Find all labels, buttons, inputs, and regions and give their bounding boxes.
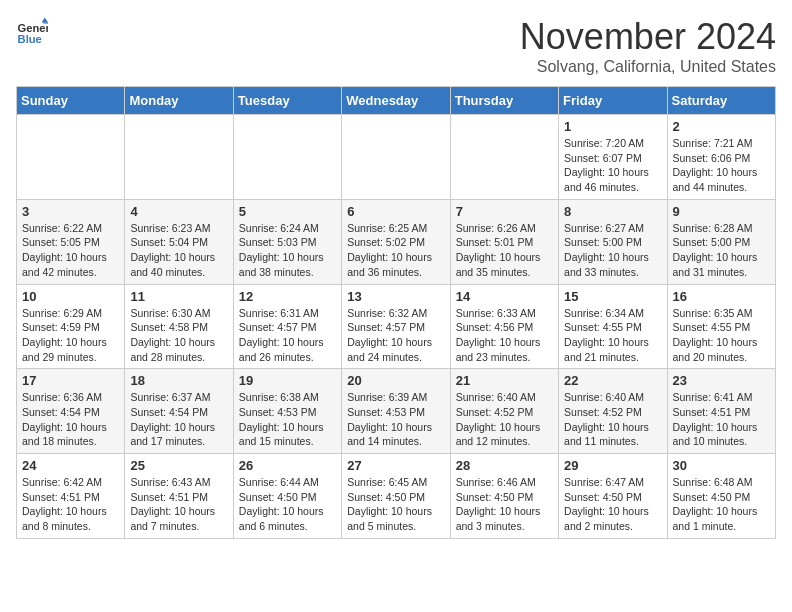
day-number: 8	[564, 204, 661, 219]
day-number: 12	[239, 289, 336, 304]
calendar-week-3: 10Sunrise: 6:29 AM Sunset: 4:59 PM Dayli…	[17, 284, 776, 369]
month-title: November 2024	[520, 16, 776, 58]
day-number: 1	[564, 119, 661, 134]
calendar-cell: 24Sunrise: 6:42 AM Sunset: 4:51 PM Dayli…	[17, 454, 125, 539]
day-number: 30	[673, 458, 770, 473]
logo: General Blue	[16, 16, 48, 48]
svg-text:Blue: Blue	[18, 33, 42, 45]
calendar-cell: 23Sunrise: 6:41 AM Sunset: 4:51 PM Dayli…	[667, 369, 775, 454]
day-info: Sunrise: 6:48 AM Sunset: 4:50 PM Dayligh…	[673, 475, 770, 534]
calendar-cell: 20Sunrise: 6:39 AM Sunset: 4:53 PM Dayli…	[342, 369, 450, 454]
day-number: 10	[22, 289, 119, 304]
day-info: Sunrise: 6:32 AM Sunset: 4:57 PM Dayligh…	[347, 306, 444, 365]
day-number: 5	[239, 204, 336, 219]
day-number: 20	[347, 373, 444, 388]
location: Solvang, California, United States	[520, 58, 776, 76]
calendar-cell	[342, 115, 450, 200]
day-info: Sunrise: 7:20 AM Sunset: 6:07 PM Dayligh…	[564, 136, 661, 195]
day-number: 15	[564, 289, 661, 304]
day-number: 16	[673, 289, 770, 304]
weekday-header-tuesday: Tuesday	[233, 87, 341, 115]
day-info: Sunrise: 6:25 AM Sunset: 5:02 PM Dayligh…	[347, 221, 444, 280]
day-number: 4	[130, 204, 227, 219]
calendar-week-2: 3Sunrise: 6:22 AM Sunset: 5:05 PM Daylig…	[17, 199, 776, 284]
weekday-header-thursday: Thursday	[450, 87, 558, 115]
calendar-cell: 22Sunrise: 6:40 AM Sunset: 4:52 PM Dayli…	[559, 369, 667, 454]
calendar-cell: 4Sunrise: 6:23 AM Sunset: 5:04 PM Daylig…	[125, 199, 233, 284]
calendar-cell: 13Sunrise: 6:32 AM Sunset: 4:57 PM Dayli…	[342, 284, 450, 369]
weekday-header-friday: Friday	[559, 87, 667, 115]
day-number: 3	[22, 204, 119, 219]
day-number: 26	[239, 458, 336, 473]
day-info: Sunrise: 6:26 AM Sunset: 5:01 PM Dayligh…	[456, 221, 553, 280]
day-number: 24	[22, 458, 119, 473]
calendar-cell: 5Sunrise: 6:24 AM Sunset: 5:03 PM Daylig…	[233, 199, 341, 284]
day-number: 18	[130, 373, 227, 388]
calendar-cell: 3Sunrise: 6:22 AM Sunset: 5:05 PM Daylig…	[17, 199, 125, 284]
calendar-cell: 27Sunrise: 6:45 AM Sunset: 4:50 PM Dayli…	[342, 454, 450, 539]
calendar-cell: 8Sunrise: 6:27 AM Sunset: 5:00 PM Daylig…	[559, 199, 667, 284]
day-info: Sunrise: 7:21 AM Sunset: 6:06 PM Dayligh…	[673, 136, 770, 195]
weekday-header-wednesday: Wednesday	[342, 87, 450, 115]
calendar-cell	[450, 115, 558, 200]
day-info: Sunrise: 6:30 AM Sunset: 4:58 PM Dayligh…	[130, 306, 227, 365]
day-number: 17	[22, 373, 119, 388]
day-info: Sunrise: 6:43 AM Sunset: 4:51 PM Dayligh…	[130, 475, 227, 534]
day-info: Sunrise: 6:31 AM Sunset: 4:57 PM Dayligh…	[239, 306, 336, 365]
day-number: 7	[456, 204, 553, 219]
day-info: Sunrise: 6:46 AM Sunset: 4:50 PM Dayligh…	[456, 475, 553, 534]
calendar-cell: 29Sunrise: 6:47 AM Sunset: 4:50 PM Dayli…	[559, 454, 667, 539]
calendar-table: SundayMondayTuesdayWednesdayThursdayFrid…	[16, 86, 776, 539]
calendar-cell: 11Sunrise: 6:30 AM Sunset: 4:58 PM Dayli…	[125, 284, 233, 369]
logo-icon: General Blue	[16, 16, 48, 48]
calendar-cell: 19Sunrise: 6:38 AM Sunset: 4:53 PM Dayli…	[233, 369, 341, 454]
calendar-cell	[17, 115, 125, 200]
day-info: Sunrise: 6:42 AM Sunset: 4:51 PM Dayligh…	[22, 475, 119, 534]
day-number: 22	[564, 373, 661, 388]
calendar-cell: 25Sunrise: 6:43 AM Sunset: 4:51 PM Dayli…	[125, 454, 233, 539]
day-number: 28	[456, 458, 553, 473]
day-number: 21	[456, 373, 553, 388]
day-number: 13	[347, 289, 444, 304]
calendar-cell: 15Sunrise: 6:34 AM Sunset: 4:55 PM Dayli…	[559, 284, 667, 369]
page-header: General Blue November 2024 Solvang, Cali…	[16, 16, 776, 76]
calendar-cell: 18Sunrise: 6:37 AM Sunset: 4:54 PM Dayli…	[125, 369, 233, 454]
day-number: 23	[673, 373, 770, 388]
weekday-header-saturday: Saturday	[667, 87, 775, 115]
calendar-cell: 10Sunrise: 6:29 AM Sunset: 4:59 PM Dayli…	[17, 284, 125, 369]
day-number: 2	[673, 119, 770, 134]
day-info: Sunrise: 6:38 AM Sunset: 4:53 PM Dayligh…	[239, 390, 336, 449]
calendar-cell: 2Sunrise: 7:21 AM Sunset: 6:06 PM Daylig…	[667, 115, 775, 200]
weekday-header-monday: Monday	[125, 87, 233, 115]
day-number: 14	[456, 289, 553, 304]
calendar-cell: 6Sunrise: 6:25 AM Sunset: 5:02 PM Daylig…	[342, 199, 450, 284]
day-number: 6	[347, 204, 444, 219]
title-section: November 2024 Solvang, California, Unite…	[520, 16, 776, 76]
calendar-week-1: 1Sunrise: 7:20 AM Sunset: 6:07 PM Daylig…	[17, 115, 776, 200]
calendar-cell: 7Sunrise: 6:26 AM Sunset: 5:01 PM Daylig…	[450, 199, 558, 284]
day-info: Sunrise: 6:34 AM Sunset: 4:55 PM Dayligh…	[564, 306, 661, 365]
day-number: 19	[239, 373, 336, 388]
day-info: Sunrise: 6:24 AM Sunset: 5:03 PM Dayligh…	[239, 221, 336, 280]
calendar-cell: 14Sunrise: 6:33 AM Sunset: 4:56 PM Dayli…	[450, 284, 558, 369]
calendar-cell: 28Sunrise: 6:46 AM Sunset: 4:50 PM Dayli…	[450, 454, 558, 539]
calendar-week-5: 24Sunrise: 6:42 AM Sunset: 4:51 PM Dayli…	[17, 454, 776, 539]
day-info: Sunrise: 6:35 AM Sunset: 4:55 PM Dayligh…	[673, 306, 770, 365]
day-info: Sunrise: 6:33 AM Sunset: 4:56 PM Dayligh…	[456, 306, 553, 365]
day-info: Sunrise: 6:37 AM Sunset: 4:54 PM Dayligh…	[130, 390, 227, 449]
day-info: Sunrise: 6:40 AM Sunset: 4:52 PM Dayligh…	[456, 390, 553, 449]
day-number: 25	[130, 458, 227, 473]
weekday-header-sunday: Sunday	[17, 87, 125, 115]
day-info: Sunrise: 6:41 AM Sunset: 4:51 PM Dayligh…	[673, 390, 770, 449]
calendar-cell: 17Sunrise: 6:36 AM Sunset: 4:54 PM Dayli…	[17, 369, 125, 454]
day-info: Sunrise: 6:39 AM Sunset: 4:53 PM Dayligh…	[347, 390, 444, 449]
calendar-cell: 16Sunrise: 6:35 AM Sunset: 4:55 PM Dayli…	[667, 284, 775, 369]
calendar-cell: 26Sunrise: 6:44 AM Sunset: 4:50 PM Dayli…	[233, 454, 341, 539]
calendar-cell	[233, 115, 341, 200]
calendar-cell: 21Sunrise: 6:40 AM Sunset: 4:52 PM Dayli…	[450, 369, 558, 454]
weekday-header-row: SundayMondayTuesdayWednesdayThursdayFrid…	[17, 87, 776, 115]
calendar-cell: 9Sunrise: 6:28 AM Sunset: 5:00 PM Daylig…	[667, 199, 775, 284]
day-number: 11	[130, 289, 227, 304]
day-number: 27	[347, 458, 444, 473]
day-info: Sunrise: 6:36 AM Sunset: 4:54 PM Dayligh…	[22, 390, 119, 449]
